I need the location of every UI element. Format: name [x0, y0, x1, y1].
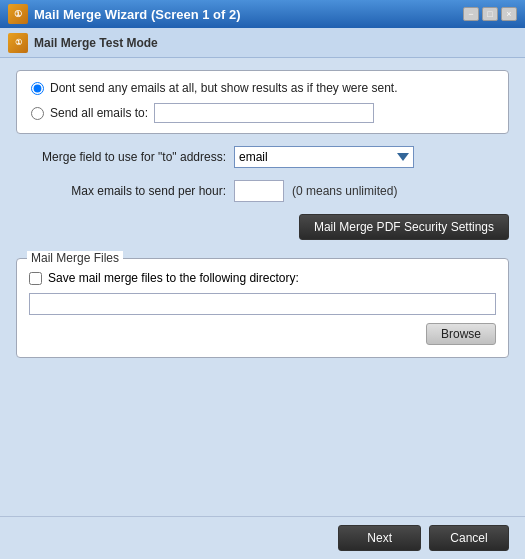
radio-option1[interactable]: [31, 82, 44, 95]
window-controls: − □ ×: [463, 7, 517, 21]
group-box-content: Save mail merge files to the following d…: [29, 271, 496, 345]
pdf-security-row: Mail Merge PDF Security Settings: [16, 214, 509, 240]
next-button[interactable]: Next: [338, 525, 421, 551]
app-icon: ①: [8, 4, 28, 24]
max-emails-label: Max emails to send per hour:: [16, 184, 226, 198]
minimize-button[interactable]: −: [463, 7, 479, 21]
toolbar: ① Mail Merge Test Mode: [0, 28, 525, 58]
title-bar: ① Mail Merge Wizard (Screen 1 of 2) − □ …: [0, 0, 525, 28]
browse-row: Browse: [29, 323, 496, 345]
browse-button[interactable]: Browse: [426, 323, 496, 345]
max-emails-row: Max emails to send per hour: 0 (0 means …: [16, 180, 509, 202]
to-address-row: Merge field to use for "to" address: ema…: [16, 146, 509, 168]
content-area: Dont send any emails at all, but show re…: [0, 58, 525, 516]
save-files-checkbox[interactable]: [29, 272, 42, 285]
window-body: ① Mail Merge Test Mode Dont send any ema…: [0, 28, 525, 559]
close-button[interactable]: ×: [501, 7, 517, 21]
maximize-button[interactable]: □: [482, 7, 498, 21]
save-files-checkbox-row: Save mail merge files to the following d…: [29, 271, 496, 285]
test-mode-box: Dont send any emails at all, but show re…: [16, 70, 509, 134]
toolbar-icon: ①: [8, 33, 28, 53]
mail-merge-files-box: Mail Merge Files Save mail merge files t…: [16, 258, 509, 358]
to-address-label: Merge field to use for "to" address:: [16, 150, 226, 164]
radio-option1-row: Dont send any emails at all, but show re…: [31, 81, 494, 95]
to-address-select[interactable]: email: [234, 146, 414, 168]
footer: Next Cancel: [0, 516, 525, 559]
pdf-security-button[interactable]: Mail Merge PDF Security Settings: [299, 214, 509, 240]
radio-option2-row: Send all emails to:: [31, 103, 494, 123]
radio-option1-label: Dont send any emails at all, but show re…: [50, 81, 398, 95]
max-emails-input[interactable]: 0: [234, 180, 284, 202]
max-emails-hint: (0 means unlimited): [292, 184, 397, 198]
toolbar-label: Mail Merge Test Mode: [34, 36, 158, 50]
window-title: Mail Merge Wizard (Screen 1 of 2): [34, 7, 241, 22]
radio-option2-label: Send all emails to:: [50, 106, 148, 120]
cancel-button[interactable]: Cancel: [429, 525, 509, 551]
group-box-legend: Mail Merge Files: [27, 251, 123, 265]
directory-input[interactable]: [29, 293, 496, 315]
radio-option2[interactable]: [31, 107, 44, 120]
save-files-label: Save mail merge files to the following d…: [48, 271, 299, 285]
send-all-input[interactable]: [154, 103, 374, 123]
